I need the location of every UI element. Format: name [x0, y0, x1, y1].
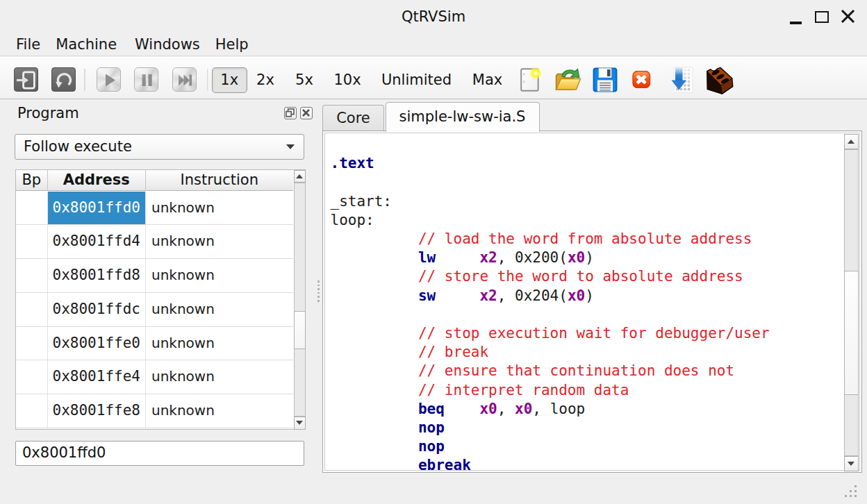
- save-source-button[interactable]: [593, 67, 618, 92]
- new-source-button[interactable]: [520, 67, 542, 92]
- speed-unlimited-button[interactable]: Unlimited: [374, 67, 459, 93]
- code-line: // stop execution wait for debugger/user: [331, 324, 845, 343]
- dock-close-button[interactable]: [300, 107, 313, 119]
- column-header-instruction[interactable]: Instruction: [145, 170, 293, 191]
- scroll-down-button[interactable]: [294, 417, 306, 430]
- step-button[interactable]: [172, 67, 197, 92]
- cell-instruction[interactable]: unknown: [145, 360, 293, 394]
- scroll-down-button[interactable]: [844, 456, 859, 471]
- cell-address[interactable]: 0x8001ffd8: [47, 259, 146, 292]
- cell-instruction[interactable]: unknown: [145, 327, 293, 360]
- code-line: [331, 305, 845, 324]
- play-icon: [97, 68, 122, 92]
- speed-1x-button[interactable]: 1x: [212, 67, 248, 93]
- minimize-icon: [790, 22, 802, 24]
- red-cross-icon: [632, 71, 651, 88]
- scrollbar-thumb[interactable]: [294, 311, 306, 349]
- cell-breakpoint[interactable]: [16, 192, 47, 225]
- resize-grip-icon[interactable]: [845, 485, 863, 501]
- program-table-row[interactable]: 0x8001ffe8unknown: [16, 394, 293, 428]
- dock-float-button[interactable]: [284, 107, 297, 119]
- menu-help[interactable]: Help: [208, 33, 256, 56]
- code-line: sw x2, 0x204(x0): [331, 287, 845, 305]
- pause-button[interactable]: [134, 67, 158, 92]
- tab-core[interactable]: Core: [322, 105, 384, 131]
- close-window-button[interactable]: [835, 0, 861, 33]
- cell-instruction[interactable]: unknown: [145, 225, 293, 258]
- new-file-icon: [520, 67, 542, 92]
- close-icon: [835, 0, 861, 33]
- source-editor[interactable]: .text _start:loop: // load the word from…: [324, 133, 860, 471]
- maximize-button[interactable]: [809, 0, 834, 33]
- cell-breakpoint[interactable]: [16, 360, 47, 394]
- cell-breakpoint[interactable]: [16, 225, 47, 258]
- cell-address[interactable]: 0x8001ffd4: [47, 225, 146, 258]
- build-executable-button[interactable]: [703, 67, 734, 95]
- maximize-icon: [815, 11, 829, 23]
- window-title: QtRVSim: [0, 0, 867, 33]
- speed-5x-button[interactable]: 5x: [288, 67, 321, 93]
- menu-file[interactable]: File: [8, 33, 48, 56]
- start-empty-machine-button[interactable]: [14, 67, 38, 92]
- code-line: loop:: [331, 211, 845, 230]
- program-table-row[interactable]: 0x8001ffdcunknown: [16, 293, 293, 327]
- code-line: nop: [331, 437, 845, 456]
- blue-down-arrow-page-icon: [668, 67, 693, 93]
- cell-address[interactable]: 0x8001ffd0: [47, 192, 146, 225]
- column-header-address[interactable]: Address: [47, 170, 146, 191]
- speed-10x-button[interactable]: 10x: [327, 67, 369, 93]
- brick-icon: [703, 67, 734, 95]
- menu-machine[interactable]: Machine: [48, 33, 124, 56]
- close-source-button[interactable]: [632, 71, 651, 88]
- code-line: nop: [331, 419, 845, 437]
- speed-2x-button[interactable]: 2x: [249, 67, 282, 93]
- minimize-button[interactable]: [784, 0, 807, 33]
- cell-address[interactable]: 0x8001ffe8: [47, 394, 146, 428]
- program-table-row[interactable]: 0x8001ffd8unknown: [16, 259, 293, 293]
- run-button[interactable]: [97, 67, 121, 92]
- cell-breakpoint[interactable]: [16, 259, 47, 292]
- cell-instruction[interactable]: unknown: [145, 293, 293, 326]
- cell-breakpoint[interactable]: [16, 394, 47, 428]
- cell-address[interactable]: 0x8001ffe0: [47, 327, 146, 360]
- cell-breakpoint[interactable]: [16, 327, 47, 360]
- open-folder-icon: [554, 68, 582, 92]
- code-line: _start:: [331, 192, 845, 211]
- program-table-row[interactable]: 0x8001ffd0unknown: [16, 192, 293, 226]
- splitter-handle[interactable]: [317, 280, 320, 303]
- program-table-row[interactable]: 0x8001ffe0unknown: [16, 327, 293, 361]
- editor-scrollbar[interactable]: [844, 134, 859, 471]
- code-view[interactable]: .text _start:loop: // load the word from…: [326, 134, 844, 471]
- speed-max-button[interactable]: Max: [465, 67, 510, 93]
- reload-machine-button[interactable]: [51, 67, 76, 92]
- program-table-body: 0x8001ffd0unknown0x8001ffd4unknown0x8001…: [16, 192, 293, 430]
- program-table-row[interactable]: 0x8001ffe4unknown: [16, 360, 293, 394]
- code-line: .text: [331, 154, 845, 173]
- code-line: lw x2, 0x200(x0): [331, 249, 845, 267]
- program-table-row[interactable]: 0x8001ffd4unknown: [16, 225, 293, 259]
- go-to-address-input[interactable]: 0x8001ffd0: [15, 441, 304, 466]
- cell-address[interactable]: 0x8001ffdc: [47, 293, 146, 326]
- open-source-button[interactable]: [554, 68, 582, 92]
- cell-breakpoint[interactable]: [16, 293, 47, 326]
- program-dock-title: Program: [17, 105, 79, 121]
- column-header-bp[interactable]: Bp: [16, 170, 47, 191]
- tab-simple-lw-sw-ia[interactable]: simple-lw-sw-ia.S: [386, 102, 540, 132]
- program-table-scrollbar[interactable]: [294, 170, 306, 430]
- cell-instruction[interactable]: unknown: [145, 394, 293, 428]
- scroll-up-button[interactable]: [294, 170, 306, 183]
- scrollbar-groove[interactable]: [294, 183, 306, 417]
- scrollbar-thumb[interactable]: [844, 271, 859, 395]
- pause-icon: [135, 68, 159, 92]
- chevron-down-icon: [286, 144, 295, 149]
- save-floppy-icon: [593, 67, 618, 92]
- cell-address[interactable]: 0x8001ffe4: [47, 360, 146, 394]
- scroll-up-button[interactable]: [844, 134, 859, 149]
- compile-source-button[interactable]: [668, 67, 693, 93]
- cell-instruction[interactable]: unknown: [145, 259, 293, 292]
- cell-instruction[interactable]: unknown: [145, 192, 293, 225]
- code-line: ebreak: [331, 456, 845, 471]
- follow-mode-combobox[interactable]: Follow execute: [15, 134, 304, 160]
- qtrvsim-window: QtRVSim FileMachineWindowsHelp: [0, 0, 867, 504]
- menu-windows[interactable]: Windows: [127, 33, 208, 56]
